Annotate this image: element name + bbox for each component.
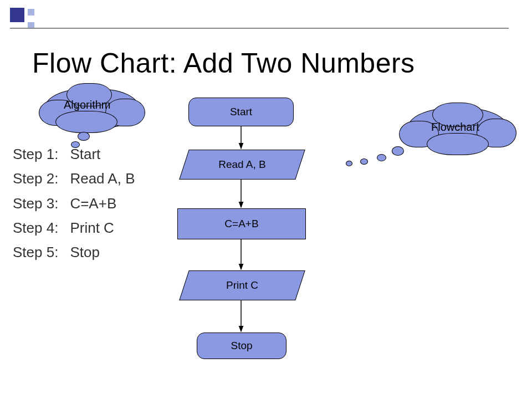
step-text: C=A+B	[69, 192, 145, 215]
step-num: Step 3:	[12, 192, 68, 215]
slide-bullet-decoration	[10, 8, 34, 29]
algorithm-cloud-lobe	[55, 111, 117, 133]
flow-start-label: Start	[189, 106, 293, 118]
step-text: Print C	[69, 216, 145, 239]
step-row: Step 4:Print C	[12, 216, 145, 239]
algorithm-cloud-bubble	[78, 132, 90, 141]
algorithm-cloud-label: Algorithm	[64, 99, 110, 111]
flowchart-cloud-lobe	[427, 133, 489, 155]
slide-title: Flow Chart: Add Two Numbers	[32, 47, 415, 79]
flow-print-label: Print C	[185, 279, 300, 291]
flowchart-cloud-bubble	[346, 161, 352, 166]
step-text: Read A, B	[69, 167, 145, 190]
flowchart-cloud-bubble	[377, 154, 386, 161]
step-row: Step 3:C=A+B	[12, 192, 145, 215]
flow-process-label: C=A+B	[178, 218, 305, 230]
algorithm-steps: Step 1:Start Step 2:Read A, B Step 3:C=A…	[11, 141, 146, 265]
slide: Flow Chart: Add Two Numbers Algorithm Fl…	[0, 0, 532, 399]
flowchart-cloud-bubble	[360, 158, 368, 165]
flow-stop-node: Stop	[197, 332, 287, 359]
flowchart-cloud-bubble	[392, 146, 404, 156]
flowchart-cloud-label: Flowchart	[431, 121, 479, 134]
step-text: Stop	[69, 241, 145, 264]
step-row: Step 1:Start	[12, 142, 145, 166]
flow-process-node: C=A+B	[177, 208, 306, 239]
flow-read-node: Read A, B	[179, 150, 305, 180]
step-text: Start	[69, 142, 145, 166]
flow-start-node: Start	[188, 98, 294, 126]
flow-print-node: Print C	[179, 270, 305, 300]
step-num: Step 4:	[12, 216, 68, 239]
step-row: Step 5:Stop	[12, 241, 145, 264]
step-row: Step 2:Read A, B	[12, 167, 145, 190]
title-rule	[10, 28, 509, 29]
step-num: Step 1:	[12, 142, 68, 166]
flow-read-label: Read A, B	[185, 158, 300, 171]
step-num: Step 5:	[12, 241, 68, 264]
flow-stop-label: Stop	[197, 340, 286, 352]
step-num: Step 2:	[12, 167, 68, 190]
